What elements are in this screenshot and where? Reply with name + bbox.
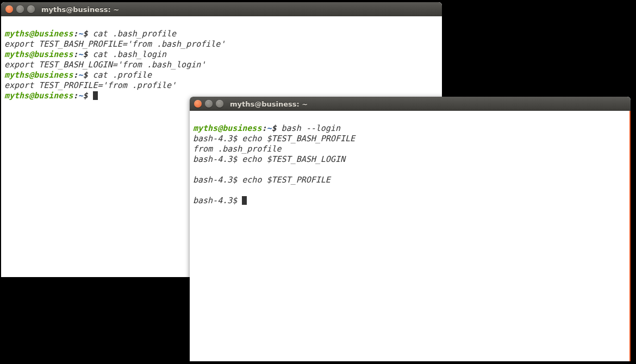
prompt-host: business: [34, 91, 73, 101]
output-text: export TEST_PROFILE='from .profile': [4, 80, 176, 90]
prompt-user: myths: [4, 29, 29, 39]
prompt-dollar: $: [83, 70, 88, 80]
prompt-user: myths: [4, 70, 29, 80]
prompt-at: @: [29, 91, 34, 101]
prompt-host: business: [34, 49, 73, 59]
prompt-path: ~: [266, 123, 271, 133]
maximize-icon[interactable]: [27, 5, 35, 13]
prompt-at: @: [29, 29, 34, 39]
prompt-path: ~: [78, 91, 83, 101]
close-icon[interactable]: [5, 5, 13, 13]
command-text: bash --login: [277, 123, 340, 133]
window-title: myths@business: ~: [230, 100, 308, 108]
subprompt: bash-4.3$: [193, 196, 237, 205]
window-edge-highlight: [629, 111, 631, 361]
prompt-dollar: $: [272, 123, 277, 133]
prompt-host: business: [34, 29, 73, 39]
command-text: cat .profile: [88, 70, 152, 80]
window-title: myths@business: ~: [41, 5, 119, 14]
minimize-icon[interactable]: [205, 100, 213, 108]
close-icon[interactable]: [194, 100, 202, 108]
prompt-at: @: [29, 70, 34, 80]
prompt-path: ~: [78, 29, 83, 39]
prompt-dollar: $: [83, 49, 88, 59]
prompt-user: myths: [4, 91, 29, 101]
cursor-icon: [93, 91, 98, 100]
prompt-at: @: [217, 123, 222, 133]
subprompt: bash-4.3$: [193, 175, 237, 185]
prompt-user: myths: [4, 49, 29, 59]
output-text: export TEST_BASH_LOGIN='from .bash_login…: [4, 60, 205, 70]
prompt-path: ~: [78, 70, 83, 80]
prompt-host: business: [34, 70, 73, 80]
subprompt: bash-4.3$: [193, 154, 237, 164]
output-text: export TEST_BASH_PROFILE='from .bash_pro…: [4, 39, 225, 49]
cursor-icon: [242, 196, 247, 205]
titlebar[interactable]: myths@business: ~: [190, 97, 631, 111]
terminal-window-2[interactable]: myths@business: ~ myths@business:~$ bash…: [190, 97, 631, 361]
output-text: from .bash_profile: [193, 144, 282, 154]
prompt-host: business: [222, 123, 261, 133]
maximize-icon[interactable]: [216, 100, 223, 108]
minimize-icon[interactable]: [16, 5, 24, 13]
command-text: echo $TEST_BASH_LOGIN: [237, 154, 345, 164]
prompt-path: ~: [78, 49, 83, 59]
prompt-at: @: [29, 49, 34, 59]
command-text: echo $TEST_BASH_PROFILE: [237, 134, 355, 143]
command-text: echo $TEST_PROFILE: [237, 175, 331, 185]
prompt-dollar: $: [83, 91, 88, 101]
titlebar[interactable]: myths@business: ~: [1, 2, 442, 16]
command-text: cat .bash_profile: [88, 29, 177, 39]
subprompt: bash-4.3$: [193, 134, 237, 143]
terminal-body[interactable]: myths@business:~$ bash --login bash-4.3$…: [190, 111, 631, 361]
prompt-user: myths: [193, 123, 217, 133]
command-text: cat .bash_login: [88, 49, 167, 59]
prompt-dollar: $: [83, 29, 88, 39]
